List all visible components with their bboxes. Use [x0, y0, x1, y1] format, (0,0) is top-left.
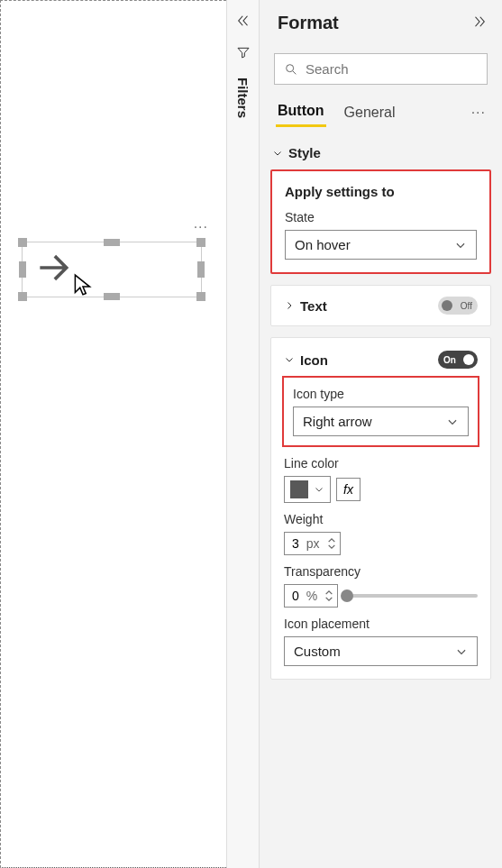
tab-general[interactable]: General	[342, 99, 397, 126]
chevron-right-icon	[284, 300, 295, 311]
icon-placement-value: Custom	[294, 644, 341, 659]
chevron-down-icon	[446, 416, 459, 428]
filters-label[interactable]: Filters	[235, 78, 251, 118]
text-toggle[interactable]: Off	[438, 297, 478, 315]
chevron-down-icon	[272, 148, 283, 159]
filters-pane-collapsed: Filters	[226, 0, 259, 868]
chevron-down-icon	[454, 239, 467, 251]
chevron-down-icon	[284, 354, 295, 365]
icon-type-select[interactable]: Right arrow	[293, 407, 469, 436]
transparency-slider[interactable]	[347, 594, 478, 598]
svg-point-0	[287, 64, 294, 71]
style-label: Style	[288, 145, 321, 160]
weight-label: Weight	[284, 512, 478, 526]
icon-toggle[interactable]: On	[438, 351, 478, 369]
format-tabs: Button General ···	[270, 97, 491, 134]
more-options-icon[interactable]: ···	[471, 105, 486, 121]
apply-settings-card: Apply settings to State On hover	[270, 169, 491, 274]
format-pane: Format Button General ··· Style Apply se…	[259, 0, 502, 868]
resize-handle[interactable]	[19, 261, 26, 278]
apply-settings-title: Apply settings to	[285, 184, 477, 199]
icon-section: Icon On Icon type Right arrow Line color	[270, 337, 491, 680]
chevron-down-icon	[455, 645, 468, 658]
line-color-picker[interactable]	[284, 476, 331, 503]
tab-button[interactable]: Button	[276, 97, 326, 127]
state-select[interactable]: On hover	[285, 230, 477, 260]
resize-handle[interactable]	[197, 261, 205, 278]
fx-button[interactable]: fx	[336, 478, 361, 501]
transparency-value: 0	[292, 589, 299, 603]
style-section-header[interactable]: Style	[270, 134, 491, 169]
visual-options-icon[interactable]: ···	[194, 219, 208, 235]
step-up-icon[interactable]	[327, 537, 336, 544]
icon-type-label: Icon type	[293, 387, 469, 401]
filter-icon[interactable]	[236, 45, 251, 63]
transparency-unit: %	[306, 589, 317, 603]
search-input[interactable]	[274, 53, 488, 85]
resize-handle[interactable]	[196, 292, 205, 301]
state-value: On hover	[295, 237, 351, 252]
cursor-icon	[73, 273, 93, 302]
collapse-left-icon[interactable]	[235, 13, 251, 32]
text-section[interactable]: Text Off	[270, 285, 491, 326]
search-field[interactable]	[306, 61, 478, 77]
right-arrow-icon	[33, 248, 73, 291]
icon-label: Icon	[300, 352, 328, 368]
slider-thumb[interactable]	[341, 589, 353, 602]
report-canvas[interactable]: ···	[0, 0, 226, 868]
icon-placement-select[interactable]: Custom	[284, 636, 478, 666]
resize-handle[interactable]	[104, 239, 120, 246]
step-down-icon[interactable]	[327, 544, 336, 550]
chevron-down-icon	[314, 484, 324, 495]
resize-handle[interactable]	[18, 238, 27, 247]
transparency-spinner[interactable]: 0 %	[284, 584, 338, 608]
icon-placement-label: Icon placement	[284, 617, 478, 631]
state-label: State	[285, 210, 477, 224]
pane-title: Format	[278, 13, 339, 33]
transparency-label: Transparency	[284, 564, 478, 579]
icon-section-header[interactable]: Icon On	[284, 351, 478, 378]
color-swatch	[290, 480, 308, 498]
resize-handle[interactable]	[18, 292, 27, 301]
resize-handle[interactable]	[196, 238, 205, 247]
icon-type-value: Right arrow	[303, 414, 372, 429]
icon-type-block: Icon type Right arrow	[282, 376, 479, 447]
line-color-label: Line color	[284, 456, 478, 471]
weight-value: 3	[292, 536, 299, 551]
resize-handle[interactable]	[104, 293, 120, 300]
step-up-icon[interactable]	[324, 589, 333, 596]
search-icon	[284, 62, 298, 77]
button-visual[interactable]	[22, 242, 202, 297]
step-down-icon[interactable]	[324, 596, 333, 602]
expand-right-icon[interactable]	[471, 14, 488, 33]
weight-spinner[interactable]: 3 px	[284, 532, 341, 555]
text-label: Text	[300, 298, 327, 314]
weight-unit: px	[306, 536, 320, 551]
